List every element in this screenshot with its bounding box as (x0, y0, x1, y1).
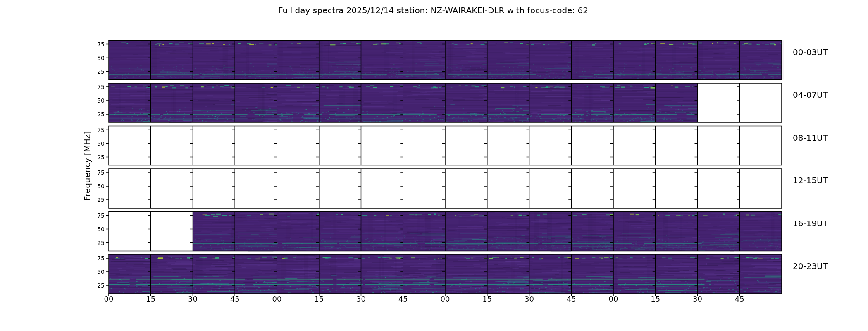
x-tick-label: 15 (142, 295, 160, 303)
x-tick-label: 30 (689, 295, 707, 303)
y-tick-label: 75 (86, 84, 105, 90)
x-tick-label: 15 (646, 295, 665, 303)
row-label: 20-23UT (793, 261, 828, 271)
y-tick-label: 50 (86, 183, 105, 189)
y-tick-label: 50 (86, 269, 105, 275)
spectrogram-row-12-15UT (109, 169, 782, 208)
y-tick-label: 25 (86, 68, 105, 75)
y-tick-label: 25 (86, 197, 105, 203)
y-tick-label: 50 (86, 226, 105, 233)
y-tick-label: 75 (86, 127, 105, 133)
x-tick-label: 00 (268, 295, 286, 303)
y-tick-label: 75 (86, 212, 105, 219)
spectrogram-row-20-23UT (109, 254, 782, 294)
y-tick-label: 50 (86, 97, 105, 104)
spectrogram-row-04-07UT (109, 83, 782, 122)
x-tick-label: 15 (478, 295, 496, 303)
y-tick-label: 25 (86, 111, 105, 118)
x-tick-label: 30 (352, 295, 370, 303)
x-tick-label: 15 (310, 295, 328, 303)
x-tick-label: 00 (100, 295, 118, 303)
y-tick-label: 75 (86, 41, 105, 48)
x-tick-label: 00 (604, 295, 622, 303)
x-tick-label: 30 (520, 295, 539, 303)
spectra-figure: Full day spectra 2025/12/14 station: NZ-… (0, 0, 868, 331)
row-label: 08-11UT (793, 133, 828, 143)
x-tick-label: 45 (730, 295, 749, 303)
row-label: 16-19UT (793, 218, 828, 228)
chart-title: Full day spectra 2025/12/14 station: NZ-… (278, 5, 588, 15)
spectrogram-row-00-03UT (109, 41, 782, 80)
y-tick-label: 75 (86, 169, 105, 176)
y-tick-label: 50 (86, 140, 105, 147)
x-tick-label: 30 (184, 295, 202, 303)
row-label: 04-07UT (793, 90, 828, 100)
y-tick-label: 25 (86, 282, 105, 289)
x-tick-label: 45 (562, 295, 580, 303)
x-tick-label: 00 (436, 295, 454, 303)
y-tick-label: 50 (86, 55, 105, 61)
spectrogram-row-16-19UT (109, 212, 782, 251)
row-label: 12-15UT (793, 175, 828, 185)
y-tick-label: 25 (86, 240, 105, 246)
row-label: 00-03UT (793, 47, 828, 57)
spectrogram-row-08-11UT (109, 126, 782, 166)
y-tick-label: 75 (86, 255, 105, 261)
x-tick-label: 45 (226, 295, 244, 303)
x-tick-label: 45 (394, 295, 412, 303)
y-tick-label: 25 (86, 154, 105, 161)
